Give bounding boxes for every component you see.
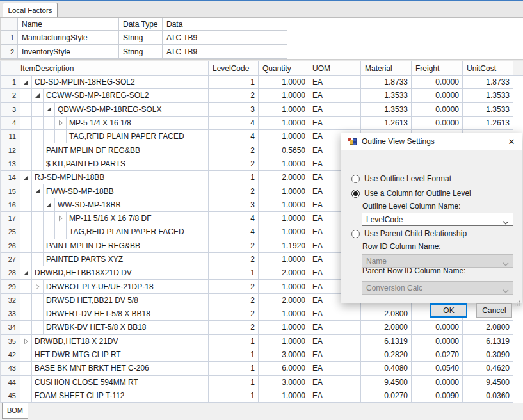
- cell-quantity[interactable]: 2.0000: [259, 266, 309, 280]
- cell-quantity[interactable]: 2.0000: [259, 294, 309, 307]
- row-number[interactable]: 32: [1, 294, 20, 307]
- cell-level-code[interactable]: 1: [209, 348, 259, 362]
- cell-freight[interactable]: 0.0000: [412, 103, 463, 117]
- cell-quantity[interactable]: 1.0000: [259, 184, 309, 198]
- cell-item-description[interactable]: FWW-SD-MP-18BB: [20, 184, 209, 198]
- cell-freight[interactable]: 0.0000: [412, 76, 463, 89]
- cell-item-description[interactable]: PAINT MPLIN DF REG&BB: [20, 143, 209, 157]
- expand-open-icon[interactable]: [24, 80, 28, 85]
- cell-data[interactable]: ATC TB9: [163, 31, 280, 45]
- row-number[interactable]: 2: [1, 89, 20, 102]
- cell-freight[interactable]: 0.0540: [412, 362, 463, 375]
- expand-open-icon[interactable]: [35, 189, 40, 193]
- radio-use-parent-child[interactable]: [351, 230, 360, 238]
- row-number[interactable]: 26: [1, 239, 20, 253]
- cell-uom[interactable]: EA: [309, 117, 361, 130]
- cell-quantity[interactable]: 1.0000: [259, 103, 309, 117]
- expand-open-icon[interactable]: [47, 107, 51, 111]
- expand-open-icon[interactable]: [24, 271, 28, 275]
- row-number[interactable]: 1: [1, 76, 20, 89]
- cell-level-code[interactable]: 3: [209, 103, 259, 117]
- dialog-titlebar[interactable]: Outline View Settings ✕: [341, 133, 522, 150]
- cell-item-description[interactable]: QDWW-SD-MP-18REG-SOLX: [20, 103, 209, 117]
- cell-material[interactable]: 0.2820: [361, 348, 412, 362]
- cell-item-description[interactable]: DRWBK-DV HET-5/8 X BB18: [20, 321, 209, 334]
- column-header-unitcost[interactable]: UnitCost: [463, 61, 513, 76]
- cell-item-description[interactable]: DRWBD,HET18 X 21DV: [20, 335, 209, 348]
- cell-item-description[interactable]: TAG,RFID PLAIN PAPER FACED: [20, 225, 209, 239]
- row-number[interactable]: 28: [1, 266, 20, 280]
- cell-quantity[interactable]: 1.0000: [259, 335, 309, 348]
- cell-item-description[interactable]: TAG,RFID PLAIN PAPER FACED: [20, 130, 209, 143]
- row-number[interactable]: 33: [1, 307, 20, 321]
- cell-quantity[interactable]: 1.0000: [259, 89, 309, 102]
- expand-closed-icon[interactable]: [24, 338, 29, 344]
- cell-item-description[interactable]: HET DWR MTG CLIP RT: [20, 348, 209, 362]
- cell-item-description[interactable]: PAINT MPLIN DF REG&BB: [20, 239, 209, 253]
- row-number[interactable]: 44: [1, 376, 20, 389]
- cell-uom[interactable]: EA: [309, 76, 361, 89]
- cell-quantity[interactable]: 6.0000: [259, 362, 309, 375]
- cell-level-code[interactable]: 4: [209, 212, 259, 225]
- tab-local-factors[interactable]: Local Factors: [3, 3, 58, 17]
- row-number[interactable]: 14: [1, 171, 20, 184]
- cell-freight[interactable]: 0.0270: [412, 348, 463, 362]
- cell-freight[interactable]: 0.0000: [412, 335, 463, 348]
- cancel-button[interactable]: Cancel: [476, 303, 512, 318]
- cell-quantity[interactable]: 1.1920: [259, 239, 309, 253]
- cell-item-description[interactable]: $ KIT,PAINTED PARTS: [20, 158, 209, 171]
- cell-material[interactable]: 0.4080: [361, 362, 412, 375]
- row-number[interactable]: 13: [1, 158, 20, 171]
- cell-level-code[interactable]: 2: [209, 307, 259, 321]
- row-number[interactable]: 34: [1, 321, 20, 334]
- cell-level-code[interactable]: 2: [209, 89, 259, 102]
- cell-freight[interactable]: 0.0000: [412, 89, 463, 102]
- row-number[interactable]: 16: [1, 198, 20, 212]
- cell-uom[interactable]: EA: [309, 362, 361, 375]
- cell-quantity[interactable]: 1.0000: [259, 212, 309, 225]
- row-number[interactable]: 1: [1, 31, 18, 45]
- cell-quantity[interactable]: 2.0000: [259, 171, 309, 184]
- cell-unitcost[interactable]: 0.0360: [463, 389, 513, 403]
- cell-quantity[interactable]: 3.0000: [259, 348, 309, 362]
- cell-uom[interactable]: EA: [309, 103, 361, 117]
- cell-item-description[interactable]: PAINTED PARTS XYZ: [20, 253, 209, 266]
- dialog-close-button[interactable]: ✕: [501, 133, 522, 150]
- cell-level-code[interactable]: 2: [209, 158, 259, 171]
- expand-open-icon[interactable]: [35, 93, 40, 98]
- cell-level-code[interactable]: 2: [209, 253, 259, 266]
- cell-level-code[interactable]: 1: [209, 389, 259, 403]
- cell-quantity[interactable]: 1.0000: [259, 158, 309, 171]
- cell-quantity[interactable]: 1.0000: [259, 117, 309, 130]
- cell-item-description[interactable]: DRWBD,HETBB18X21D DV: [20, 266, 209, 280]
- cell-material[interactable]: 9.4500: [361, 376, 412, 389]
- row-number[interactable]: 42: [1, 348, 20, 362]
- cell-item-description[interactable]: BASE BK MNT BRKT HET C-206: [20, 362, 209, 375]
- expand-closed-icon[interactable]: [58, 120, 63, 126]
- cell-item-description[interactable]: RJ-SD-MPLIN-18BB: [20, 171, 209, 184]
- cell-uom[interactable]: EA: [309, 348, 361, 362]
- row-number[interactable]: 27: [1, 253, 20, 266]
- expand-closed-icon[interactable]: [35, 284, 40, 290]
- cell-unitcost[interactable]: 1.3533: [463, 103, 513, 117]
- cell-quantity[interactable]: 1.0000: [259, 225, 309, 239]
- cell-uom[interactable]: EA: [309, 307, 361, 321]
- row-number[interactable]: 4: [1, 117, 20, 130]
- cell-name[interactable]: ManufacturingStyle: [18, 31, 119, 45]
- outline-level-column-select[interactable]: LevelCode: [362, 213, 513, 226]
- cell-item-description[interactable]: CUSHION CLOSE 594MM RT: [20, 376, 209, 389]
- cell-quantity[interactable]: 1.0000: [259, 389, 309, 403]
- cell-level-code[interactable]: 4: [209, 117, 259, 130]
- column-header-material[interactable]: Material: [361, 61, 412, 76]
- cell-uom[interactable]: EA: [309, 89, 361, 102]
- cell-quantity[interactable]: 0.5650: [259, 143, 309, 157]
- radio-use-outline-level-format[interactable]: [351, 175, 360, 183]
- cell-quantity[interactable]: 3.0000: [259, 376, 309, 389]
- column-header-quantity[interactable]: Quantity: [259, 61, 309, 76]
- cell-item-description[interactable]: WW-SD-MP-18BB: [20, 198, 209, 212]
- cell-quantity[interactable]: 1.0000: [259, 321, 309, 334]
- cell-uom[interactable]: EA: [309, 376, 361, 389]
- cell-material[interactable]: 1.3533: [361, 89, 412, 102]
- cell-item-description[interactable]: DRWBOT PLY-UF/UF-21DP-18: [20, 280, 209, 293]
- expand-open-icon[interactable]: [47, 202, 51, 207]
